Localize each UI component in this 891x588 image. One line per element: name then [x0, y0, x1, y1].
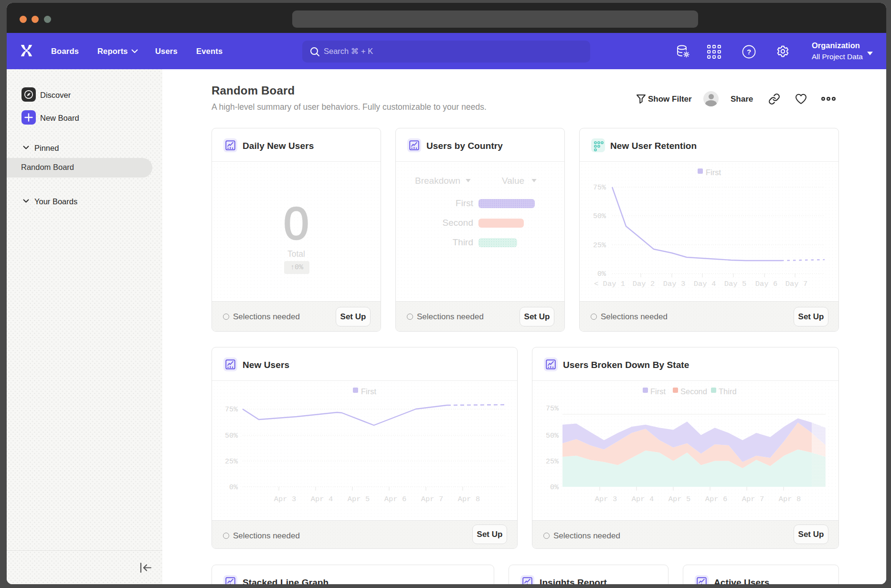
svg-text:Apr 8: Apr 8 [779, 495, 801, 504]
svg-text:Apr 5: Apr 5 [668, 495, 691, 504]
svg-text:Day 6: Day 6 [755, 280, 778, 288]
svg-text:Second: Second [680, 387, 707, 396]
svg-text:First: First [361, 387, 376, 396]
svg-text:75%: 75% [225, 406, 238, 414]
svg-text:Apr 7: Apr 7 [742, 495, 764, 504]
svg-text:50%: 50% [225, 432, 238, 440]
svg-text:Day 2: Day 2 [633, 280, 655, 288]
svg-text:0%: 0% [550, 483, 559, 492]
svg-text:50%: 50% [593, 212, 606, 220]
svg-text:75%: 75% [593, 184, 606, 192]
svg-text:First: First [650, 387, 666, 396]
svg-text:25%: 25% [593, 242, 606, 250]
svg-text:Day 7: Day 7 [785, 280, 808, 288]
svg-text:Apr 7: Apr 7 [421, 495, 444, 504]
svg-text:Apr 5: Apr 5 [348, 495, 370, 504]
svg-text:First: First [706, 168, 721, 177]
svg-text:75%: 75% [546, 405, 559, 413]
svg-text:0%: 0% [597, 270, 606, 278]
svg-text:Apr 3: Apr 3 [595, 495, 617, 504]
svg-text:< Day 1: < Day 1 [594, 280, 625, 288]
svg-text:Day 5: Day 5 [724, 280, 747, 288]
svg-text:Third: Third [719, 387, 737, 396]
svg-text:25%: 25% [225, 458, 238, 466]
svg-text:Apr 6: Apr 6 [705, 495, 728, 504]
svg-text:Apr 3: Apr 3 [274, 495, 297, 504]
svg-text:?: ? [747, 48, 751, 56]
svg-text:Day 3: Day 3 [663, 280, 686, 288]
svg-text:50%: 50% [546, 432, 559, 440]
svg-text:Apr 6: Apr 6 [384, 495, 407, 504]
svg-text:0%: 0% [229, 483, 238, 492]
svg-text:Apr 4: Apr 4 [632, 495, 654, 504]
svg-text:Apr 4: Apr 4 [311, 495, 333, 504]
svg-text:Day 4: Day 4 [694, 280, 716, 288]
svg-text:Apr 8: Apr 8 [458, 495, 480, 504]
svg-text:25%: 25% [546, 458, 559, 466]
